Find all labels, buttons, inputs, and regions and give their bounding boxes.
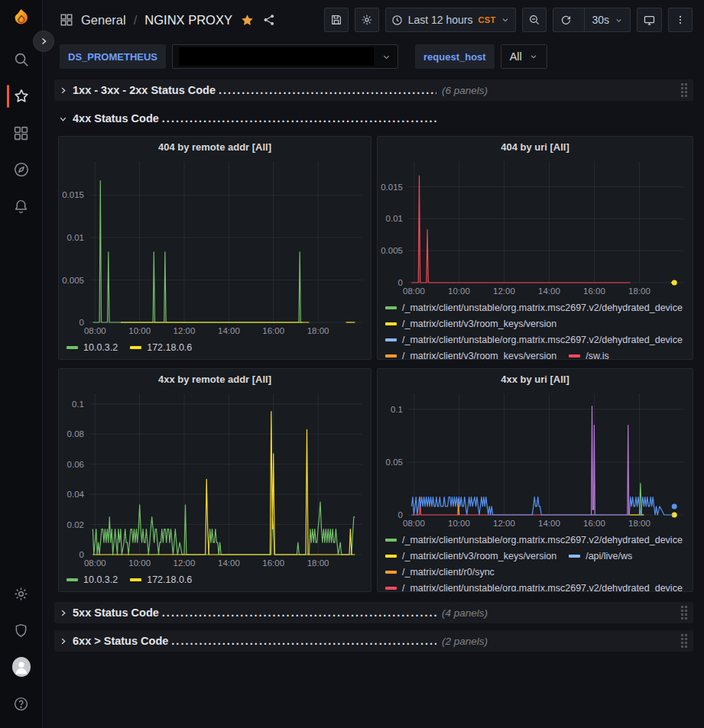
legend-label: /sw.js: [586, 351, 609, 360]
legend-label: /_matrix/client/v3/room_keys/version: [402, 551, 556, 561]
sidebar-expand-button[interactable]: [33, 31, 54, 52]
search-icon[interactable]: [12, 50, 31, 69]
svg-text:0.05: 0.05: [386, 458, 403, 467]
panel-legend: 10.0.3.2172.18.0.6: [59, 338, 371, 359]
legend-label: /_matrix/client/unstable/org.matrix.msc2…: [402, 535, 683, 545]
legend-label: /_matrix/client/r0/sync: [402, 567, 495, 578]
legend-label: 172.18.0.6: [147, 574, 192, 585]
time-range-picker[interactable]: Last 12 hours CST: [385, 8, 517, 32]
breadcrumb-separator: /: [134, 13, 138, 28]
panel-title[interactable]: 4xx by remote addr [All]: [59, 369, 371, 389]
svg-text:0: 0: [398, 510, 403, 519]
chevron-right-icon: [59, 609, 67, 617]
sidebar-item-server-admin[interactable]: [12, 621, 31, 639]
dashboard-title[interactable]: NGINX PROXY: [144, 13, 232, 28]
svg-text:0.015: 0.015: [381, 183, 403, 192]
panel-title[interactable]: 4xx by uri [All]: [378, 369, 693, 389]
legend-label: /_matrix/client/v3/room_keys/version: [402, 319, 556, 329]
drag-handle[interactable]: [681, 634, 687, 648]
zoom-out-button[interactable]: [522, 8, 547, 32]
sidebar-item-explore[interactable]: [12, 160, 31, 179]
svg-text:18:00: 18:00: [307, 326, 329, 335]
chart-404-by-remote-addr[interactable]: 08:0010:0012:0014:0016:0018:0000.0050.01…: [59, 157, 371, 338]
legend-item[interactable]: 10.0.3.2: [67, 571, 118, 587]
panel-title[interactable]: 404 by uri [All]: [378, 137, 693, 157]
row-header-6xx[interactable]: 6xx > Status Code ......................…: [54, 630, 693, 652]
svg-text:08:00: 08:00: [84, 558, 106, 568]
legend-item[interactable]: /_matrix/client/r0/sync: [385, 564, 495, 580]
legend-swatch: [385, 571, 397, 574]
favorite-star-icon[interactable]: [240, 13, 255, 28]
svg-text:08:00: 08:00: [403, 286, 425, 296]
row-header-1xx-3xx-2xx[interactable]: 1xx - 3xx - 2xx Status Code ............…: [54, 79, 693, 101]
legend-swatch: [67, 578, 78, 581]
drag-handle[interactable]: [681, 606, 687, 620]
share-icon[interactable]: [262, 13, 276, 27]
svg-text:0.015: 0.015: [62, 190, 84, 199]
svg-text:0.06: 0.06: [67, 460, 84, 469]
legend-label: /_matrix/client/v3/room_keys/version: [402, 351, 556, 360]
legend-item[interactable]: /_matrix/client/unstable/org.matrix.msc2…: [385, 332, 683, 348]
breadcrumb-folder[interactable]: General: [81, 13, 126, 28]
svg-text:0.005: 0.005: [62, 276, 84, 285]
row-header-5xx[interactable]: 5xx Status Code ........................…: [54, 602, 693, 623]
drag-handle[interactable]: [681, 83, 687, 97]
datasource-select[interactable]: [172, 44, 398, 69]
legend-label: /_matrix/client/unstable/org.matrix.msc2…: [402, 335, 683, 345]
legend-swatch: [569, 555, 580, 558]
chart-4xx-by-remote-addr[interactable]: 08:0010:0012:0014:0016:0018:0000.020.040…: [59, 389, 371, 570]
svg-text:0: 0: [79, 318, 84, 327]
legend-item[interactable]: /_matrix/client/unstable/org.matrix.msc2…: [385, 532, 683, 548]
legend-item[interactable]: /_matrix/client/unstable/org.matrix.msc2…: [385, 299, 683, 315]
active-indicator: [7, 85, 9, 108]
variable-label-request-host[interactable]: request_host: [415, 44, 495, 69]
row-panel-count: (4 panels): [442, 607, 488, 619]
legend-item[interactable]: 172.18.0.6: [130, 339, 192, 355]
legend-swatch: [385, 306, 397, 309]
svg-text:18:00: 18:00: [307, 558, 329, 568]
sidebar-item-starred[interactable]: [12, 87, 31, 105]
sidebar-item-alerting[interactable]: [12, 197, 31, 215]
sidebar-item-configuration[interactable]: [12, 584, 31, 603]
row-panel-count: (2 panels): [442, 636, 488, 647]
chart-4xx-by-uri[interactable]: 08:0010:0012:0014:0016:0018:0000.050.1: [378, 389, 693, 530]
svg-text:16:00: 16:00: [583, 286, 605, 296]
legend-item[interactable]: /api/live/ws: [569, 548, 632, 564]
row-title-dots: ........................................…: [162, 607, 436, 619]
svg-text:12:00: 12:00: [493, 519, 515, 528]
panel-title[interactable]: 404 by remote addr [All]: [59, 137, 371, 157]
row-header-4xx[interactable]: 4xx Status Code ........................…: [54, 108, 693, 129]
request-host-value: All: [510, 50, 522, 63]
save-dashboard-button[interactable]: [324, 8, 349, 32]
legend-item[interactable]: 172.18.0.6: [130, 571, 192, 587]
cycle-view-mode-button[interactable]: [637, 8, 662, 32]
legend-item[interactable]: /_matrix/client/v3/room_keys/version: [385, 548, 556, 564]
kebab-menu-button[interactable]: [668, 8, 693, 32]
sidebar-bottom: [12, 575, 31, 722]
legend-item[interactable]: /_matrix/client/v3/room_keys/version: [385, 315, 556, 332]
refresh-interval-dropdown[interactable]: 30s: [584, 8, 630, 31]
refresh-button[interactable]: [553, 8, 579, 31]
dashboard-settings-button[interactable]: [355, 8, 379, 32]
request-host-dropdown[interactable]: All: [501, 44, 547, 69]
svg-text:0: 0: [79, 550, 84, 559]
legend-label: /_matrix/client/unstable/org.matrix.msc2…: [402, 303, 683, 313]
svg-text:16:00: 16:00: [262, 326, 284, 335]
svg-text:0.1: 0.1: [72, 400, 84, 409]
help-icon[interactable]: [12, 694, 31, 713]
grafana-logo-icon[interactable]: [10, 8, 33, 31]
sidebar-item-dashboards[interactable]: [12, 124, 31, 142]
legend-label: 172.18.0.6: [147, 342, 192, 353]
svg-text:12:00: 12:00: [174, 326, 196, 335]
svg-text:0.01: 0.01: [386, 214, 403, 223]
legend-label: /_matrix/client/unstable/org.matrix.msc2…: [402, 583, 683, 592]
legend-item[interactable]: /_matrix/client/v3/room_keys/version: [385, 348, 556, 359]
variable-label-ds-prometheus[interactable]: DS_PROMETHEUS: [60, 44, 166, 69]
chart-404-by-uri[interactable]: 08:0010:0012:0014:0016:0018:0000.0050.01…: [378, 157, 693, 298]
user-avatar[interactable]: [12, 658, 31, 676]
legend-item[interactable]: /_matrix/client/unstable/org.matrix.msc2…: [385, 580, 683, 591]
legend-item[interactable]: 10.0.3.2: [67, 339, 118, 355]
dashboard-header: General / NGINX PROXY: [43, 0, 704, 40]
apps-grid-icon[interactable]: [60, 13, 73, 27]
legend-item[interactable]: /sw.js: [569, 348, 609, 359]
